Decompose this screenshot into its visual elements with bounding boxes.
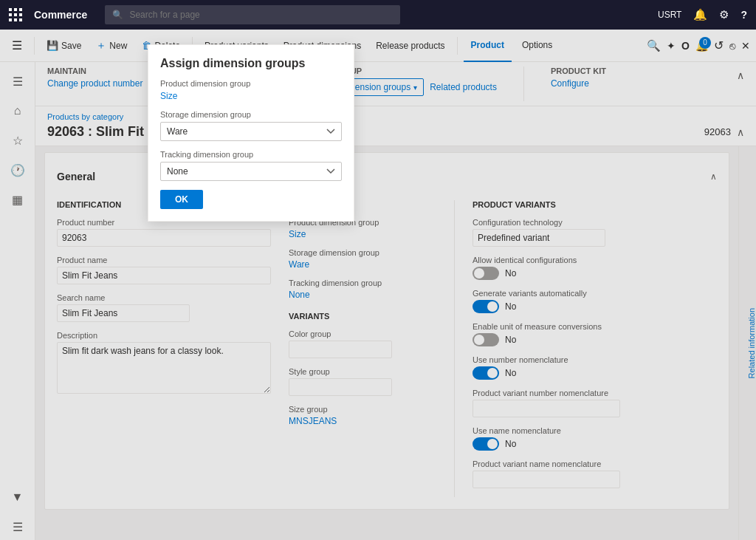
search-input[interactable] — [129, 10, 393, 20]
dimension-groups-popup: Assign dimension groups Product dimensio… — [148, 44, 354, 222]
settings-icon[interactable]: ⚙ — [719, 8, 729, 21]
popup-tracking-dim-label: Tracking dimension group — [160, 150, 342, 159]
popup-ok-button[interactable]: OK — [160, 190, 203, 209]
bell-icon[interactable]: 🔔 — [693, 8, 707, 21]
popup-product-dim-label: Product dimension group — [160, 79, 342, 88]
app-title: Commerce — [34, 9, 87, 21]
popup-product-dim-value: Size — [160, 91, 342, 101]
popup-storage-dim-label: Storage dimension group — [160, 110, 342, 119]
popup-tracking-dim-select[interactable]: None Basic Advanced — [160, 162, 342, 181]
grid-icon[interactable] — [9, 8, 22, 21]
user-label: USRT — [658, 10, 681, 20]
overlay-backdrop[interactable] — [0, 30, 756, 540]
popup-title: Assign dimension groups — [160, 57, 342, 70]
top-nav: Commerce 🔍 USRT 🔔 ⚙ ? — [0, 0, 756, 30]
popup-storage-dim-select[interactable]: Ware None WHS — [160, 122, 342, 141]
top-nav-right: USRT 🔔 ⚙ ? — [658, 8, 747, 21]
help-icon[interactable]: ? — [740, 9, 747, 21]
